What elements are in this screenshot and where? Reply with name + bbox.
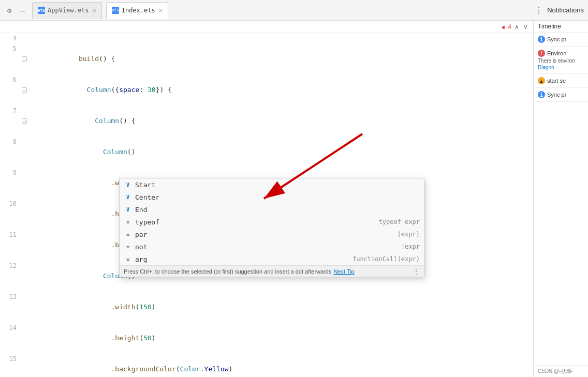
table-row: 14 .height(50) — [0, 323, 533, 354]
notification-body: There is environ — [538, 58, 584, 64]
table-row: 15 .backgroundColor(Color.Yellow) — [0, 354, 533, 377]
right-panel-footer: CSDN @-耿瑞- — [534, 365, 588, 377]
gear-icon[interactable]: ⚙ — [4, 5, 14, 16]
table-row: 8 Column() — [0, 137, 533, 168]
tab-appview[interactable]: ets AppView.ets ✕ — [32, 2, 102, 19]
info-icon: i — [538, 36, 545, 43]
autocomplete-item-end[interactable]: V End — [120, 203, 424, 216]
fold-icon[interactable]: − — [22, 118, 27, 124]
autocomplete-label: Center — [135, 193, 420, 201]
autocomplete-footer-text: Press Ctrl+. to choose the selected (or … — [124, 268, 331, 275]
fold-icon[interactable]: − — [22, 87, 27, 93]
fold-icon[interactable]: − — [22, 56, 27, 62]
code-editor[interactable]: 4 5 − build() { 6 — [0, 33, 533, 377]
notification-title: Sync pr — [547, 92, 566, 98]
tab-appview-close[interactable]: ✕ — [92, 7, 96, 14]
tab-index-label: Index.ets — [122, 7, 155, 14]
top-bar: ⚙ — ets AppView.ets ✕ ets Index.ets ✕ ⋮ … — [0, 0, 588, 21]
error-prev-btn[interactable]: ∧ — [513, 23, 520, 31]
value-icon: V — [124, 205, 132, 214]
autocomplete-label: not — [135, 243, 398, 251]
footer-attribution: CSDN @-耿瑞- — [538, 368, 573, 374]
notifications-title: Notifications — [547, 6, 584, 14]
snippet-icon: ≡ — [124, 230, 132, 238]
notification-header: i Sync pr — [538, 91, 584, 98]
notification-title: Environ — [547, 50, 566, 56]
value-icon: V — [124, 180, 132, 189]
more-options-icon[interactable]: ⋮ — [535, 5, 543, 15]
error-bar: ● 4 ∧ ∨ — [0, 21, 533, 33]
notification-item-sync2: i Sync pr — [534, 88, 588, 102]
table-row: 5 − build() { — [0, 43, 533, 74]
autocomplete-label: Start — [135, 181, 420, 189]
editor-area: ● 4 ∧ ∨ 4 5 − — [0, 21, 533, 377]
table-row: 13 .width(150) — [0, 292, 533, 323]
tab-appview-label: AppView.ets — [48, 7, 89, 14]
notification-title: Sync pr — [547, 36, 566, 42]
autocomplete-item-typeof[interactable]: ≡ typeof typeof expr — [120, 216, 424, 228]
snippet-icon: ≡ — [124, 218, 132, 226]
autocomplete-footer: Press Ctrl+. to choose the selected (or … — [120, 265, 424, 277]
autocomplete-hint: functionCall(expr) — [352, 255, 420, 263]
autocomplete-item-center[interactable]: V Center — [120, 191, 424, 203]
autocomplete-label: arg — [135, 255, 349, 263]
tab-index-close[interactable]: ✕ — [159, 7, 163, 14]
notification-header: ▲ start se — [538, 77, 584, 84]
notification-header: ! Environ — [538, 50, 584, 57]
info-icon: i — [538, 91, 545, 98]
table-row: 4 — [0, 33, 533, 43]
notification-link[interactable]: Diagno — [538, 65, 584, 70]
table-row: 7 − Column() { — [0, 105, 533, 137]
autocomplete-hint: typeof expr — [379, 218, 420, 225]
autocomplete-item-par[interactable]: ≡ par (expr) — [120, 228, 424, 240]
autocomplete-item-not[interactable]: ≡ not !expr — [120, 240, 424, 253]
autocomplete-items: V Start V Center V End ≡ — [120, 178, 424, 265]
index-tab-icon: ets — [112, 7, 119, 14]
error-circle-icon: ● — [502, 23, 506, 31]
main-content: ● 4 ∧ ∨ 4 5 − — [0, 21, 588, 377]
right-panel: Timeline i Sync pr ! Environ There is en… — [533, 21, 588, 377]
error-icon: ! — [538, 50, 545, 57]
autocomplete-dropdown[interactable]: V Start V Center V End ≡ — [119, 178, 424, 277]
notification-item-warning: ▲ start se — [534, 74, 588, 88]
warning-icon: ▲ — [538, 77, 545, 84]
notification-item-environ: ! Environ There is environ Diagno — [534, 47, 588, 74]
snippet-icon: ≡ — [124, 243, 132, 251]
error-count: 4 — [508, 23, 511, 31]
appview-tab-icon: ets — [38, 7, 45, 14]
notification-header: i Sync pr — [538, 36, 584, 43]
autocomplete-hint: (expr) — [398, 231, 420, 238]
error-next-btn[interactable]: ∨ — [522, 23, 529, 31]
notification-item-sync1: i Sync pr — [534, 33, 588, 47]
value-icon: V — [124, 193, 132, 201]
table-row: 6 − Column({space: 30}) { — [0, 74, 533, 105]
autocomplete-hint: !expr — [401, 243, 420, 250]
timeline-tab[interactable]: Timeline — [534, 21, 588, 33]
autocomplete-next-tip-link[interactable]: Next Tip — [333, 268, 354, 275]
autocomplete-label: typeof — [135, 218, 376, 226]
autocomplete-item-arg[interactable]: ≡ arg functionCall(expr) — [120, 253, 424, 265]
notification-title: start se — [547, 78, 566, 84]
tab-index[interactable]: ets Index.ets ✕ — [106, 2, 168, 19]
minimize-icon[interactable]: — — [18, 5, 28, 16]
autocomplete-label: par — [135, 231, 394, 238]
autocomplete-label: End — [135, 206, 420, 214]
snippet-icon: ≡ — [124, 255, 132, 263]
autocomplete-more-icon[interactable]: ⋮ — [413, 267, 420, 276]
autocomplete-item-start[interactable]: V Start — [120, 178, 424, 191]
timeline-tab-label: Timeline — [538, 23, 561, 30]
